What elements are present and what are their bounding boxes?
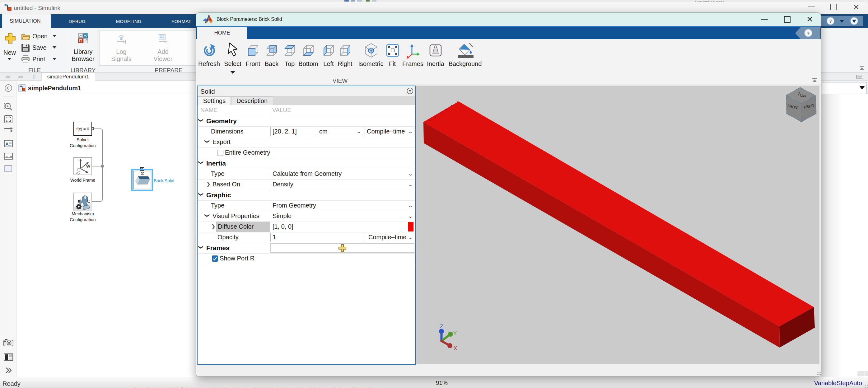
svg-text:?: ? bbox=[829, 18, 832, 24]
svg-text:A: A bbox=[5, 141, 9, 147]
svg-text:R: R bbox=[140, 172, 145, 175]
svg-text:Z: Z bbox=[440, 324, 443, 329]
svg-text:?: ? bbox=[807, 30, 810, 36]
svg-text:X: X bbox=[454, 346, 457, 351]
svg-text:Y: Y bbox=[453, 330, 457, 336]
svg-text:World Frame: World Frame bbox=[70, 178, 95, 183]
svg-text:Mechanism: Mechanism bbox=[71, 211, 94, 216]
svg-text:Solver: Solver bbox=[76, 137, 89, 142]
svg-text:Brick Solid: Brick Solid bbox=[154, 178, 174, 183]
svg-text:f(x) = 0: f(x) = 0 bbox=[76, 127, 89, 131]
svg-text:Configuration: Configuration bbox=[70, 143, 95, 148]
svg-text:W: W bbox=[86, 164, 91, 169]
svg-text:Configuration: Configuration bbox=[70, 217, 95, 222]
svg-text:C: C bbox=[87, 199, 90, 204]
